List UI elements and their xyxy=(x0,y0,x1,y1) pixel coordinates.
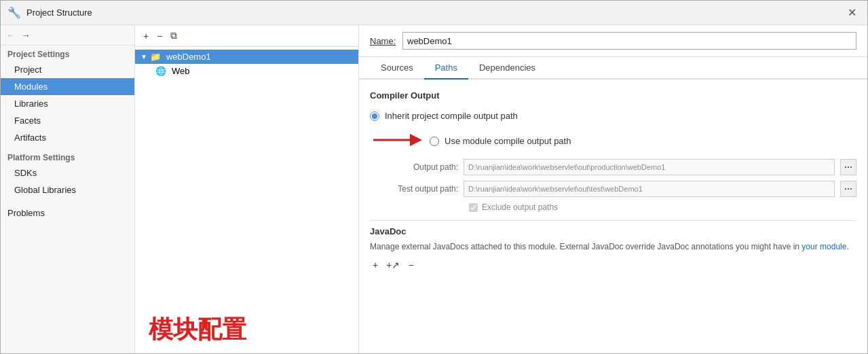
tree-item-webdemo1[interactable]: ▼ 📁 webDemo1 xyxy=(135,50,358,64)
javadoc-desc-period: . xyxy=(846,242,848,251)
expand-icon: ▼ xyxy=(140,53,147,60)
sidebar-item-artifacts[interactable]: Artifacts xyxy=(1,129,134,146)
sidebar-item-problems[interactable]: Problems xyxy=(1,204,134,222)
window-title: Project Structure xyxy=(26,7,92,18)
close-button[interactable]: ✕ xyxy=(844,5,861,20)
module-tree: ▼ 📁 webDemo1 🌐 Web xyxy=(135,47,358,293)
sidebar-item-sdks[interactable]: SDKs xyxy=(1,164,134,181)
compiler-output-section: Compiler Output Inherit project compile … xyxy=(370,90,856,212)
sidebar-item-label-facets: Facets xyxy=(14,116,41,126)
test-output-path-input[interactable] xyxy=(464,181,835,197)
problems-label: Problems xyxy=(7,208,45,218)
title-bar-left: 🔧 Project Structure xyxy=(7,6,92,19)
sidebar: ← → Project Settings Project Modules Lib… xyxy=(1,25,135,353)
exclude-label: Exclude output paths xyxy=(482,202,558,212)
output-path-input[interactable] xyxy=(464,159,835,175)
project-settings-label: Project Settings xyxy=(1,46,134,61)
name-label: Name: xyxy=(370,36,397,46)
right-panel: Name: Sources Paths Dependencies C xyxy=(359,25,867,353)
sidebar-item-project[interactable]: Project xyxy=(1,61,134,78)
sidebar-item-label-modules: Modules xyxy=(14,82,48,92)
exclude-checkbox-row: Exclude output paths xyxy=(370,202,856,212)
sidebar-item-libraries[interactable]: Libraries xyxy=(1,95,134,112)
project-structure-window: 🔧 Project Structure ✕ ← → Project Settin… xyxy=(0,0,868,354)
tab-sources-label: Sources xyxy=(381,63,413,73)
remove-module-button[interactable]: − xyxy=(154,29,165,43)
name-input[interactable] xyxy=(402,32,856,50)
output-path-label: Output path: xyxy=(370,162,458,172)
title-bar: 🔧 Project Structure ✕ xyxy=(1,1,867,25)
main-content: ← → Project Settings Project Modules Lib… xyxy=(1,25,867,353)
sidebar-item-label-sdks: SDKs xyxy=(14,168,37,178)
tabs-row: Sources Paths Dependencies xyxy=(359,57,867,79)
output-path-row: Output path: ⋯ xyxy=(370,159,856,175)
sidebar-item-label-project: Project xyxy=(14,65,41,75)
exclude-checkbox[interactable] xyxy=(469,203,478,212)
sidebar-item-label-global-libraries: Global Libraries xyxy=(14,185,76,195)
platform-settings-label: Platform Settings xyxy=(1,149,134,164)
test-output-path-row: Test output path: ⋯ xyxy=(370,181,856,197)
module-label: 模块配置 xyxy=(135,293,358,353)
tree-item-web[interactable]: 🌐 Web xyxy=(135,64,358,78)
tab-paths[interactable]: Paths xyxy=(424,57,468,79)
inherit-radio-label[interactable]: Inherit project compile output path xyxy=(385,111,518,121)
javadoc-add-button[interactable]: + xyxy=(370,258,381,272)
tree-item-label-web: Web xyxy=(172,66,190,76)
use-module-radio[interactable] xyxy=(430,137,439,146)
inherit-radio[interactable] xyxy=(370,111,379,121)
output-path-browse-button[interactable]: ⋯ xyxy=(840,159,856,175)
javadoc-add-from-button[interactable]: +↗ xyxy=(383,258,402,272)
folder-icon: 📁 xyxy=(150,52,161,62)
use-module-row: Use module compile output path xyxy=(370,130,856,152)
javadoc-toolbar: + +↗ − xyxy=(370,258,856,272)
web-icon: 🌐 xyxy=(155,66,166,76)
middle-toolbar: + − ⧉ xyxy=(135,25,358,47)
sidebar-item-global-libraries[interactable]: Global Libraries xyxy=(1,181,134,198)
add-module-button[interactable]: + xyxy=(140,29,151,43)
sidebar-item-modules[interactable]: Modules xyxy=(1,78,134,95)
inherit-radio-row: Inherit project compile output path xyxy=(370,109,856,123)
middle-panel: + − ⧉ ▼ 📁 webDemo1 🌐 Web 模块配置 xyxy=(135,25,359,353)
right-content: Compiler Output Inherit project compile … xyxy=(359,79,867,353)
back-button[interactable]: ← xyxy=(6,30,16,41)
name-row: Name: xyxy=(359,25,867,57)
app-icon: 🔧 xyxy=(7,6,21,19)
tab-dependencies-label: Dependencies xyxy=(479,63,535,73)
use-module-radio-row: Use module compile output path xyxy=(430,134,571,148)
red-arrow-annotation xyxy=(370,130,424,152)
tab-paths-label: Paths xyxy=(435,63,457,73)
forward-button[interactable]: → xyxy=(21,30,31,41)
sidebar-item-label-libraries: Libraries xyxy=(14,99,48,109)
tab-dependencies[interactable]: Dependencies xyxy=(468,57,546,79)
javadoc-remove-button[interactable]: − xyxy=(405,258,416,272)
sidebar-item-facets[interactable]: Facets xyxy=(1,112,134,129)
javadoc-section: JavaDoc Manage external JavaDocs attache… xyxy=(370,226,856,272)
tab-sources[interactable]: Sources xyxy=(370,57,424,79)
separator xyxy=(370,220,856,221)
javadoc-link[interactable]: your module xyxy=(801,242,846,251)
javadoc-desc-text: Manage external JavaDocs attached to thi… xyxy=(370,242,801,251)
copy-module-button[interactable]: ⧉ xyxy=(168,29,180,43)
nav-arrows: ← → xyxy=(1,25,134,46)
javadoc-description: Manage external JavaDocs attached to thi… xyxy=(370,241,856,253)
tree-item-label-webdemo1: webDemo1 xyxy=(166,52,211,62)
test-output-path-label: Test output path: xyxy=(370,184,458,194)
sidebar-item-label-artifacts: Artifacts xyxy=(14,132,46,143)
compiler-output-title: Compiler Output xyxy=(370,90,856,101)
test-output-path-browse-button[interactable]: ⋯ xyxy=(840,181,856,197)
red-arrow-svg xyxy=(370,130,424,150)
use-module-radio-label[interactable]: Use module compile output path xyxy=(445,136,571,146)
javadoc-title: JavaDoc xyxy=(370,226,856,236)
